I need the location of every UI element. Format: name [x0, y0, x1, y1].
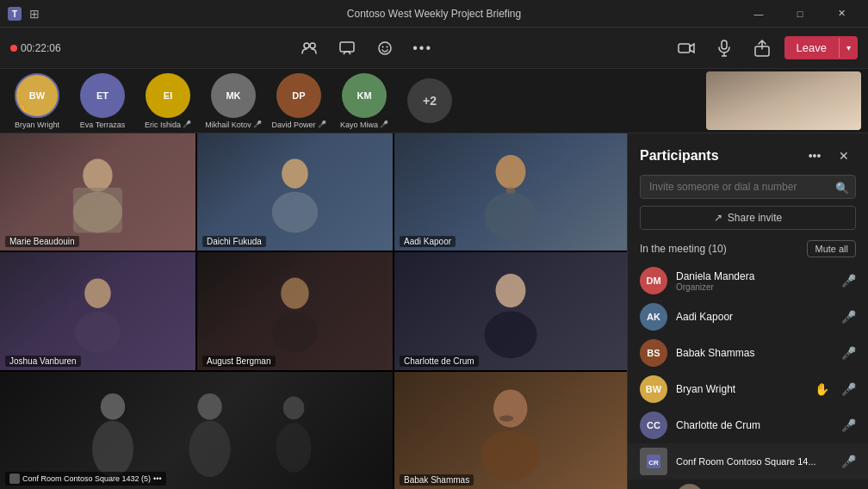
- content-area: Marie Beaudouin Daichi Fukuda: [0, 133, 868, 489]
- video-cell-babak[interactable]: Babak Shammas: [394, 372, 627, 489]
- name-row-mikhail: Mikhail Kotov 🎤: [205, 121, 262, 129]
- action-babak: 🎤: [841, 346, 856, 360]
- svg-point-26: [282, 397, 304, 420]
- svg-point-21: [272, 311, 318, 352]
- mic-button[interactable]: [709, 33, 740, 64]
- name-list-daniela: Daniela Mandera: [676, 270, 833, 282]
- svg-rect-15: [73, 188, 122, 232]
- avatar-eric: EI: [146, 73, 190, 118]
- name-row-eva: Eva Terrazas: [80, 121, 125, 129]
- video-cell-august[interactable]: August Bergman: [197, 252, 393, 369]
- avatar-kayo: KM: [342, 73, 387, 118]
- avatar-list-aadi: AK: [640, 303, 667, 331]
- reactions-button[interactable]: [369, 33, 400, 64]
- record-dot: [10, 45, 17, 52]
- strip-participant-bryan[interactable]: BW ✋ Bryan Wright: [7, 73, 67, 129]
- video-cell-charlotte[interactable]: Charlotte de Crum: [394, 252, 627, 369]
- svg-point-35: [480, 430, 541, 480]
- panel-more-button[interactable]: •••: [803, 144, 827, 168]
- list-item-conf-room[interactable]: CR Conf Room Contoso Square 14... 🎤: [628, 443, 868, 480]
- mute-all-button[interactable]: Mute all: [807, 240, 856, 257]
- svg-point-3: [310, 43, 315, 48]
- list-item-bryan[interactable]: BW Bryan Wright ✋ 🎤: [628, 371, 868, 407]
- record-indicator: 00:22:06: [10, 42, 61, 54]
- strip-participant-kayo[interactable]: KM Kayo Miwa 🎤: [334, 73, 394, 129]
- video-cell-joshua[interactable]: Joshua Vanburen: [0, 252, 195, 369]
- chat-button[interactable]: [332, 33, 363, 64]
- mic-icon: [717, 40, 731, 57]
- info-aadi: Aadi Kapoor: [676, 311, 833, 323]
- svg-point-28: [496, 155, 526, 189]
- person-silhouette-joshua: [29, 270, 166, 352]
- featured-top-preview: [706, 71, 861, 130]
- avatar-bryan: BW ✋: [15, 73, 59, 118]
- panel-actions: ••• ✕: [803, 144, 856, 168]
- share-invite-button[interactable]: ↗ Share invite: [640, 206, 856, 230]
- list-item-august-sub[interactable]: AB August Bergman: [628, 480, 868, 489]
- window-grid-icon: ⊞: [29, 7, 40, 21]
- strip-participant-eva[interactable]: ET Eva Terrazas: [72, 73, 133, 129]
- video-cell-aadi[interactable]: Aadi Kapoor: [394, 133, 627, 251]
- app-container: T ⊞ Contoso West Weekly Project Briefing…: [0, 0, 868, 489]
- panel-header: Participants ••• ✕: [628, 133, 868, 175]
- meeting-toolbar: 00:22:06: [0, 28, 868, 69]
- avatar-david: DP: [276, 73, 321, 118]
- strip-participant-david[interactable]: DP David Power 🎤: [269, 73, 329, 129]
- panel-close-button[interactable]: ✕: [832, 144, 856, 168]
- close-button[interactable]: ✕: [822, 0, 861, 28]
- teams-logo-icon: T: [7, 6, 22, 22]
- list-item-babak[interactable]: BS Babak Shammas 🎤: [628, 335, 868, 371]
- search-input[interactable]: [640, 175, 856, 199]
- leave-arrow-icon[interactable]: ▾: [839, 38, 858, 58]
- video-cell-marie[interactable]: Marie Beaudouin: [0, 133, 195, 251]
- svg-point-30: [484, 192, 536, 239]
- svg-point-23: [92, 421, 133, 477]
- action-daniela: 🎤: [841, 274, 856, 288]
- video-cell-daichi[interactable]: Daichi Fukuda: [197, 133, 393, 251]
- action-bryan: ✋: [815, 382, 829, 396]
- conf-room-menu: •••: [153, 474, 161, 483]
- toolbar-center: •••: [294, 33, 438, 64]
- label-aadi: Aadi Kapoor: [400, 236, 456, 247]
- share-button[interactable]: [747, 33, 778, 64]
- leave-button[interactable]: Leave ▾: [784, 36, 858, 59]
- strip-participant-mikhail[interactable]: MK Mikhail Kotov 🎤: [203, 73, 264, 129]
- participants-button[interactable]: [294, 33, 325, 64]
- in-meeting-header: In the meeting (10) Mute all: [628, 237, 868, 263]
- conf-person-1: [64, 383, 162, 477]
- person-silhouette-august: [226, 270, 363, 352]
- person-silhouette-marie: [29, 151, 166, 232]
- info-babak: Babak Shammas: [676, 347, 833, 359]
- list-item-aadi[interactable]: AK Aadi Kapoor 🎤: [628, 299, 868, 335]
- strip-participant-eric[interactable]: EI Eric Ishida 🎤: [138, 73, 198, 129]
- strip-more[interactable]: +2: [400, 78, 460, 123]
- mic-icon-david: 🎤: [318, 121, 326, 128]
- more-button[interactable]: •••: [407, 33, 438, 64]
- list-item-charlotte[interactable]: CC Charlotte de Crum 🎤: [628, 407, 868, 443]
- svg-text:T: T: [12, 9, 17, 19]
- camera-button[interactable]: [671, 33, 702, 64]
- avatar-list-charlotte: CC: [640, 412, 667, 439]
- in-meeting-label: In the meeting (10): [640, 243, 727, 255]
- share-invite-label: Share invite: [728, 212, 782, 224]
- list-item-daniela[interactable]: DM Daniela Mandera Organizer 🎤: [628, 263, 868, 299]
- svg-point-6: [381, 46, 383, 47]
- svg-point-32: [484, 311, 536, 358]
- search-icon: 🔍: [835, 182, 849, 195]
- person-silhouette-aadi: [441, 145, 580, 239]
- window-title: Contoso West Weekly Project Briefing: [347, 8, 521, 20]
- action-aadi: 🎤: [841, 310, 856, 324]
- conf-room-list-icon: CR: [646, 454, 661, 469]
- name-kayo: Kayo Miwa: [340, 121, 378, 129]
- conf-room-label: Conf Room Contoso Square 1432 (5): [22, 474, 151, 483]
- svg-point-5: [379, 42, 391, 54]
- minimize-button[interactable]: —: [739, 0, 778, 28]
- avatar-list-bryan: BW: [640, 375, 667, 403]
- more-badge[interactable]: +2: [407, 78, 452, 123]
- maximize-button[interactable]: □: [780, 0, 820, 28]
- svg-point-16: [282, 159, 308, 189]
- person-silhouette-daichi: [226, 151, 363, 232]
- video-cell-conf-room[interactable]: Conf Room Contoso Square 1432 (5) •••: [0, 372, 393, 489]
- meeting-timer: 00:22:06: [21, 42, 61, 54]
- name-david: David Power: [271, 121, 315, 129]
